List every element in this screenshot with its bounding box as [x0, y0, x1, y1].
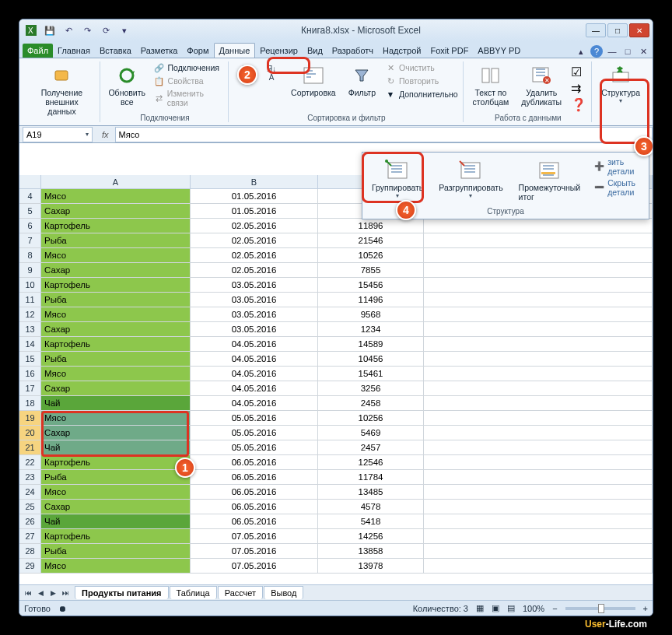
cell[interactable]: 2457 — [318, 440, 424, 454]
col-header-a[interactable]: A — [41, 175, 191, 188]
cell[interactable] — [424, 455, 653, 469]
name-box[interactable]: A19 ▾ — [23, 127, 93, 142]
sheet-first-icon[interactable]: ⏮ — [23, 589, 33, 597]
cell[interactable]: 07.05.2016 — [191, 529, 318, 543]
cell[interactable]: Рыба — [41, 470, 191, 484]
view-normal-icon[interactable]: ▦ — [476, 603, 484, 613]
cell[interactable]: Сахар — [41, 500, 191, 514]
row-header[interactable]: 15 — [19, 352, 41, 366]
minimize-ribbon-icon[interactable]: ▴ — [575, 45, 587, 58]
row-header[interactable]: 13 — [19, 322, 41, 336]
row-header[interactable]: 27 — [19, 529, 41, 543]
cell[interactable] — [424, 396, 653, 410]
sort-za-button[interactable]: Я↓A — [261, 61, 282, 100]
cell[interactable]: Картофель — [41, 455, 191, 469]
cell[interactable]: Чай — [41, 440, 191, 454]
row-header[interactable]: 29 — [19, 559, 41, 573]
cell[interactable] — [424, 485, 653, 499]
advanced-filter-button[interactable]: ▼Дополнительно — [385, 88, 458, 100]
cell[interactable] — [424, 278, 653, 292]
row-header[interactable]: 20 — [19, 426, 41, 440]
repeat-icon[interactable]: ⟳ — [99, 23, 113, 37]
fx-icon[interactable]: fx — [96, 130, 115, 139]
view-break-icon[interactable]: ▤ — [507, 603, 515, 613]
cell[interactable] — [424, 293, 653, 307]
row-header[interactable]: 10 — [19, 278, 41, 292]
cell[interactable]: 04.05.2016 — [191, 396, 318, 410]
cell[interactable] — [424, 307, 653, 321]
cell[interactable]: 13978 — [318, 559, 424, 573]
cell[interactable] — [424, 559, 653, 573]
cell[interactable]: 03.05.2016 — [191, 322, 318, 336]
cell[interactable]: Чай — [41, 396, 191, 410]
cell[interactable]: 04.05.2016 — [191, 352, 318, 366]
cell[interactable]: 11784 — [318, 470, 424, 484]
zoom-thumb[interactable] — [598, 604, 604, 613]
sheet-next-icon[interactable]: ▶ — [47, 589, 58, 597]
cell[interactable]: Мясо — [41, 307, 191, 321]
row-header[interactable]: 7 — [19, 233, 41, 247]
connections-button[interactable]: 🔗Подключения — [154, 61, 224, 74]
cell[interactable]: 06.05.2016 — [191, 514, 318, 528]
sheet-prev-icon[interactable]: ◀ — [35, 589, 46, 597]
cell[interactable]: Рыба — [41, 233, 191, 247]
cell[interactable]: 21546 — [318, 233, 424, 247]
tab-addins[interactable]: Надстрой — [378, 44, 425, 58]
remove-duplicates-button[interactable]: ✕ Удалить дубликаты — [518, 61, 565, 112]
tab-file[interactable]: Файл — [23, 44, 53, 58]
cell[interactable] — [424, 426, 653, 440]
cell[interactable] — [424, 440, 653, 454]
row-header[interactable]: 21 — [19, 440, 41, 454]
subtotal-button[interactable]: Промежуточный итог — [514, 156, 586, 204]
cell[interactable]: Рыба — [41, 544, 191, 558]
cell[interactable]: Картофель — [41, 278, 191, 292]
refresh-all-button[interactable]: Обновить все — [107, 61, 148, 108]
cell[interactable]: 06.05.2016 — [191, 470, 318, 484]
zoom-out-icon[interactable]: − — [552, 604, 557, 613]
row-header[interactable]: 24 — [19, 485, 41, 499]
tab-insert[interactable]: Вставка — [95, 44, 136, 58]
undo-icon[interactable]: ↶ — [61, 23, 75, 37]
cell[interactable]: 5418 — [318, 514, 424, 528]
cell[interactable]: 14256 — [318, 529, 424, 543]
filter-button[interactable]: Фильтр — [345, 61, 379, 100]
properties-button[interactable]: 📋Свойства — [154, 75, 224, 87]
tab-layout[interactable]: Разметка — [136, 44, 183, 58]
help-icon[interactable]: ? — [590, 45, 603, 58]
row-header[interactable]: 23 — [19, 470, 41, 484]
window-restore-icon[interactable]: □ — [621, 45, 634, 58]
row-header[interactable]: 6 — [19, 219, 41, 233]
cell[interactable]: 07.05.2016 — [191, 559, 318, 573]
cell[interactable] — [424, 544, 653, 558]
row-header[interactable]: 14 — [19, 337, 41, 351]
cell[interactable]: 9568 — [318, 307, 424, 321]
cell[interactable]: Сахар — [41, 263, 191, 277]
cell[interactable]: Рыба — [41, 293, 191, 307]
macro-rec-icon[interactable]: ⏺ — [58, 604, 67, 613]
hide-detail-button[interactable]: ➖Скрыть детали — [594, 178, 644, 197]
row-header[interactable]: 18 — [19, 396, 41, 410]
cell[interactable]: 04.05.2016 — [191, 337, 318, 351]
cell[interactable]: 15456 — [318, 278, 424, 292]
cell[interactable] — [424, 411, 653, 425]
formula-bar[interactable]: Мясо — [115, 127, 653, 142]
show-detail-button[interactable]: ➕зить детали — [594, 157, 644, 176]
cell[interactable]: 13858 — [318, 544, 424, 558]
redo-icon[interactable]: ↷ — [80, 23, 94, 37]
cell[interactable]: 10526 — [318, 248, 424, 262]
cell[interactable] — [424, 529, 653, 543]
cell[interactable]: Сахар — [41, 204, 191, 218]
select-all-corner[interactable] — [19, 175, 41, 188]
qat-dropdown-icon[interactable]: ▾ — [117, 23, 131, 37]
save-icon[interactable]: 💾 — [43, 23, 57, 37]
cell[interactable]: Мясо — [41, 248, 191, 262]
row-header[interactable]: 4 — [19, 189, 41, 203]
cell[interactable]: 01.05.2016 — [191, 189, 318, 203]
cell[interactable]: 12546 — [318, 455, 424, 469]
cell[interactable]: 11896 — [318, 219, 424, 233]
reapply-button[interactable]: ↻Повторить — [385, 75, 458, 87]
cell[interactable]: 1234 — [318, 322, 424, 336]
cell[interactable]: 05.05.2016 — [191, 426, 318, 440]
cell[interactable]: Мясо — [41, 189, 191, 203]
cell[interactable]: 11496 — [318, 293, 424, 307]
